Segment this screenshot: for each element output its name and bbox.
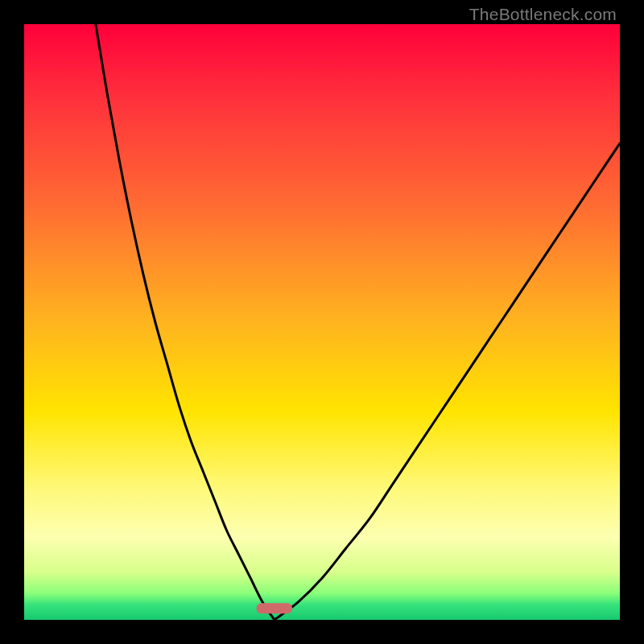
apex-marker xyxy=(257,603,292,613)
bottleneck-chart xyxy=(24,24,620,620)
chart-background xyxy=(24,24,620,620)
watermark-text: TheBottleneck.com xyxy=(469,5,617,24)
chart-frame xyxy=(24,24,620,620)
